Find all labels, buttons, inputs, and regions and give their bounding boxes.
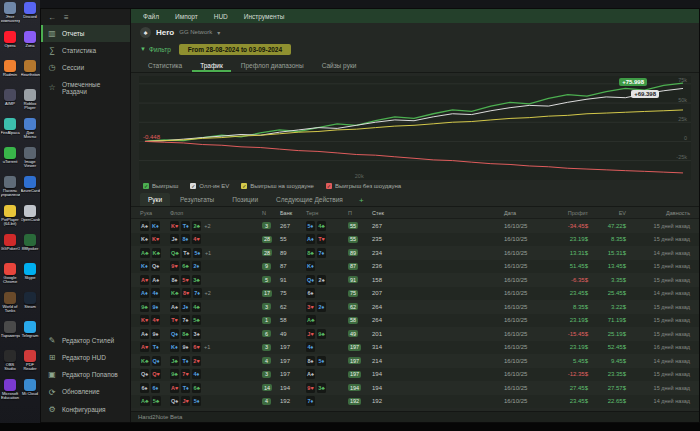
column-header[interactable]: Профит <box>548 210 588 216</box>
stack-size: 194 <box>372 371 400 377</box>
column-header[interactable]: Терн <box>306 210 348 216</box>
column-header[interactable]: EV <box>588 210 626 216</box>
sidebar-item-hud-editor[interactable]: ⊞Редактор HUD <box>41 349 130 366</box>
add-tab-button[interactable]: + <box>353 195 370 206</box>
tab-statistics[interactable]: Статистика <box>140 59 190 72</box>
tab-graph[interactable]: Трафик <box>192 59 231 72</box>
table-row[interactable]: Q♠Q♥9♣7♥4♦3197A♠19719416/10/25-12.35$23.… <box>131 368 699 382</box>
sidebar-item-update[interactable]: ⟳Обновление <box>41 384 130 401</box>
windows-taskbar[interactable] <box>0 423 700 431</box>
profit-chart[interactable]: 75k50k25k0-25k20k +75.998 +69.398 -0.448 <box>139 76 691 180</box>
tab-raise-sizes[interactable]: Сайзы руки <box>314 59 365 72</box>
app-icon <box>4 350 16 362</box>
desktop-icon[interactable]: Параметры <box>0 321 20 350</box>
card: Q♥ <box>151 369 161 379</box>
column-header[interactable]: Рука <box>140 210 170 216</box>
hands-tab-results[interactable]: Результаты <box>172 193 222 206</box>
legend-item[interactable]: ✓Выигрыш <box>143 183 178 189</box>
sidebar-item-reports[interactable]: ▥Отчеты <box>41 25 130 42</box>
table-row[interactable]: K♠K♥J♠8♦4♥2855A♦T♥5523516/10/2523.19$8.3… <box>131 233 699 247</box>
column-header[interactable]: Дата <box>504 210 548 216</box>
hands-tab-positions[interactable]: Позиции <box>224 193 266 206</box>
status-text: Hand2Note Beta <box>138 414 182 420</box>
desktop-icon[interactable]: FireAlpaca <box>0 118 20 147</box>
desktop-icon-label: uTorrent <box>1 160 20 164</box>
desktop-icon[interactable]: 888poker <box>20 234 40 263</box>
desktop-icon[interactable]: PDF Reader <box>20 350 40 379</box>
sidebar-item-marked-hands[interactable]: ☆Отмеченные Раздачи <box>41 77 130 100</box>
desktop-icon[interactable]: Roblox Player <box>20 89 40 118</box>
table-row[interactable]: A♣K♣Q♣T♠5♦+128898♣7♦8923416/10/2513.31$1… <box>131 246 699 260</box>
table-row[interactable]: A♠9♠Q♦8♣3♠649J♥9♣4920116/10/25-15.45$25.… <box>131 327 699 341</box>
hands-tab-hands[interactable]: Руки <box>140 193 170 206</box>
table-row[interactable]: A♥A♠8♠5♥3♣591Q♦2♠9115816/10/25-6.35$3.35… <box>131 273 699 287</box>
table-row[interactable]: A♥T♦K♦9♠6♥+131974♦19731416/10/2523.19$52… <box>131 341 699 355</box>
desktop-icon[interactable]: Microsoft Education <box>0 379 20 408</box>
turn-river-cards: A♠ <box>306 369 348 379</box>
desktop-icon[interactable]: Opera <box>0 31 20 60</box>
filter-button[interactable]: ▼ Фильтр <box>140 46 171 53</box>
table-row[interactable]: K♦Q♠9♥6♣2♦987K♦8723616/10/2551.45$13.45$… <box>131 260 699 274</box>
hands-tab-next-actions[interactable]: Следующие Действия <box>268 193 351 206</box>
tab-preflop-ranges[interactable]: Префлоп диапазоны <box>233 59 312 72</box>
desktop-icon[interactable]: uTorrent <box>0 147 20 176</box>
desktop-icon[interactable]: AzureCards <box>20 176 40 205</box>
column-header[interactable]: Флоп <box>170 210 262 216</box>
column-header[interactable]: П <box>348 210 372 216</box>
menu-hud[interactable]: HUD <box>206 11 236 22</box>
chart-canvas[interactable]: 75k50k25k0-25k20k <box>139 76 691 180</box>
column-header[interactable]: N <box>262 210 280 216</box>
sidebar-item-popup-editor[interactable]: ▣Редактор Попапов <box>41 366 130 383</box>
desktop-icon[interactable]: Discord <box>20 2 40 31</box>
table-row[interactable]: 9♣9♦A♠J♦4♣3623♥2♦6226416/10/258.35$3.22$… <box>131 300 699 314</box>
date-range-button[interactable]: From 28-08-2024 to 03-09-2024 <box>179 44 291 55</box>
table-row[interactable]: A♠K♦K♥T♦2♣+232675♦4♣5526716/10/25-34.45$… <box>131 219 699 233</box>
desktop-icon[interactable]: Google Chrome <box>0 263 20 292</box>
legend-item[interactable]: ✓Выигрыш без шоудауна <box>326 183 401 189</box>
desktop-icon[interactable]: AIMP <box>0 89 20 118</box>
sidebar-item-style-editor[interactable]: ✎Редактор Стилей <box>41 332 130 349</box>
sidebar-item-configuration[interactable]: ⚙Конфигурация <box>41 401 130 418</box>
desktop-icon[interactable]: Skype <box>20 263 40 292</box>
desktop-icon[interactable]: Mi Cloud <box>20 379 40 408</box>
desktop-icon[interactable]: OBS Studio <box>0 350 20 379</box>
table-row[interactable]: A♣5♣Q♠J♥5♦41927♦19219216/10/2523.45$22.6… <box>131 395 699 409</box>
table-row[interactable]: 6♠6♦A♥T♦6♣141949♥3♣19419416/10/2527.45$2… <box>131 381 699 395</box>
menu-file[interactable]: Файл <box>135 11 167 22</box>
desktop-icon[interactable]: Image Viewer <box>20 147 40 176</box>
sidebar-item-sessions[interactable]: ◷Сессии <box>41 59 130 76</box>
table-row[interactable]: A♦4♦K♣8♥7♦+217756♠7520716/10/2523.45$25.… <box>131 287 699 301</box>
desktop-icon-label: GGPokerOK <box>1 247 20 251</box>
menu-tools[interactable]: Инструменты <box>236 11 293 22</box>
back-icon[interactable]: ← <box>48 13 56 22</box>
chevron-down-icon[interactable]: ▾ <box>217 29 220 36</box>
column-header[interactable]: Банк <box>280 210 306 216</box>
desktop-icon[interactable]: Панель управления <box>0 176 20 205</box>
player-row[interactable]: ♠ Hero GG Network ▾ <box>131 23 699 41</box>
desktop-icon[interactable]: Hearthstone <box>20 60 40 89</box>
hamburger-icon[interactable]: ≡ <box>64 13 69 22</box>
desktop-icon[interactable]: GGPokerOK <box>0 234 20 263</box>
desktop-icon[interactable]: Radmin <box>0 60 20 89</box>
column-header[interactable]: Давность <box>626 210 690 216</box>
desktop-icon[interactable]: Zona <box>20 31 40 60</box>
desktop-icon[interactable]: Steam <box>20 292 40 321</box>
pot-size: 89 <box>280 250 306 256</box>
desktop-icon[interactable]: Дом Мечты <box>20 118 40 147</box>
desktop-icon[interactable]: PotPlayer (64-bit) <box>0 205 20 234</box>
pot-size: 49 <box>280 331 306 337</box>
hand-date: 16/10/25 <box>504 223 548 229</box>
desktop-icon[interactable]: World of Tanks <box>0 292 20 321</box>
legend-item[interactable]: ✓Выигрыш на шоудауне <box>241 183 314 189</box>
table-row[interactable]: K♣Q♦J♣T♦2♥41978♠5♦19721416/10/255.45$9.4… <box>131 354 699 368</box>
table-row[interactable]: K♥4♥T♥7♠5♣158A♣5826416/10/2523.19$71.19$… <box>131 314 699 328</box>
sidebar-item-label: Обновление <box>62 388 100 395</box>
desktop-icon[interactable]: Telegram <box>20 321 40 350</box>
desktop-icon[interactable]: Этот компьютер <box>0 2 20 31</box>
legend-item[interactable]: ✓Олл-ин EV <box>190 183 229 189</box>
sidebar-item-statistics[interactable]: ∑Статистика <box>41 42 130 59</box>
column-header[interactable]: Стек <box>372 210 400 216</box>
menu-import[interactable]: Импорт <box>167 11 206 22</box>
desktop-icon[interactable]: OpenCards <box>20 205 40 234</box>
pot-size: 55 <box>280 236 306 242</box>
